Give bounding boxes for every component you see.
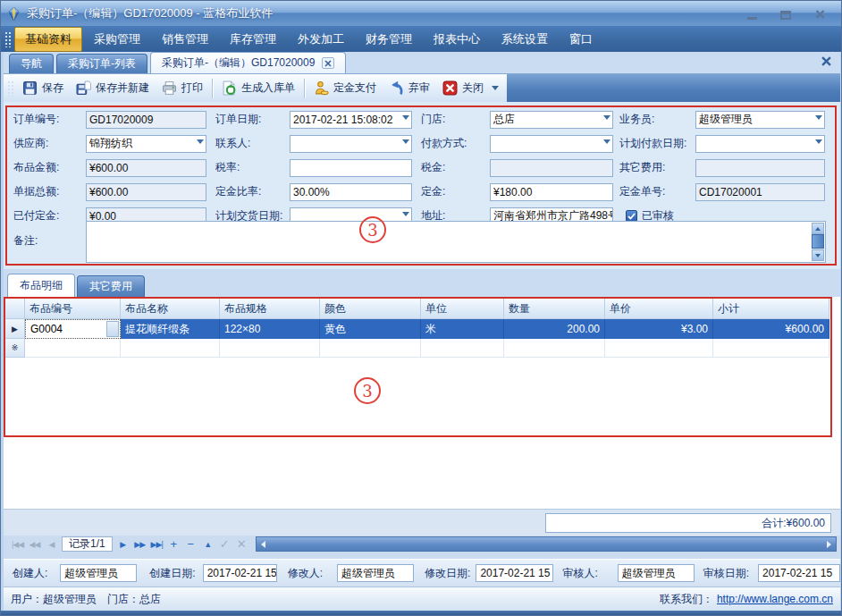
pay-method-field[interactable] bbox=[490, 135, 613, 153]
grid-total: 合计:¥600.00 bbox=[545, 513, 831, 533]
cell-name[interactable]: 提花顺纤缎条 bbox=[121, 319, 220, 339]
store-field[interactable]: 总店 bbox=[490, 111, 613, 129]
title-bar: 采购订单-（编辑）GD17020009 - 蓝格布业软件 bbox=[1, 1, 842, 26]
toolbar-grip-2 bbox=[7, 80, 13, 97]
order-no-label: 订单编号: bbox=[13, 112, 86, 127]
save-and-new-button[interactable]: 保存并新建 bbox=[70, 77, 156, 99]
contact-field[interactable] bbox=[290, 135, 412, 153]
record-navigator: |◀◀ ◀◀ ◀ 记录1/1 ▶ ▶▶ ▶▶| + − ▲ ✓ ✕ bbox=[4, 536, 840, 559]
menu-item-basic-data[interactable]: 基础资料 bbox=[14, 27, 82, 52]
menu-item-reports[interactable]: 报表中心 bbox=[424, 28, 490, 51]
remark-scrollbar[interactable] bbox=[812, 223, 824, 261]
salesman-field[interactable]: 超级管理员 bbox=[695, 111, 825, 129]
menu-item-purchase[interactable]: 采购管理 bbox=[84, 28, 150, 51]
scroll-up-icon[interactable] bbox=[812, 223, 824, 234]
scroll-left-icon[interactable] bbox=[257, 537, 271, 551]
cell-price[interactable]: ¥3.00 bbox=[605, 319, 713, 339]
print-button[interactable]: 打印 bbox=[156, 77, 209, 99]
menu-item-window[interactable]: 窗口 bbox=[560, 28, 602, 51]
red-x-icon bbox=[442, 80, 458, 96]
deposit-field[interactable]: ¥180.00 bbox=[490, 183, 613, 201]
menu-item-inventory[interactable]: 库存管理 bbox=[220, 28, 286, 51]
tab-fabric-detail[interactable]: 布品明细 bbox=[7, 274, 75, 297]
horizontal-scrollbar[interactable] bbox=[256, 536, 837, 552]
scroll-down-icon[interactable] bbox=[812, 249, 824, 261]
tab-navigation[interactable]: 导航 bbox=[9, 54, 54, 73]
nav-prior-icon[interactable]: ◀ bbox=[43, 536, 60, 552]
nav-first-icon[interactable]: |◀◀ bbox=[9, 536, 26, 552]
deposit-rate-field[interactable]: 30.00% bbox=[290, 183, 412, 201]
grid-row-new[interactable]: ※ bbox=[5, 339, 829, 358]
undo-arrow-icon bbox=[389, 80, 404, 96]
order-form: 订单编号: GD17020009 订单日期: 2017-02-21 15:08:… bbox=[4, 102, 840, 269]
nav-post-icon[interactable]: ✓ bbox=[216, 536, 233, 552]
paid-deposit-label: 已付定金: bbox=[13, 208, 86, 224]
combo-arrow-icon[interactable] bbox=[197, 139, 204, 144]
nav-edit-icon[interactable]: ▲ bbox=[199, 536, 216, 552]
close-window-icon[interactable] bbox=[813, 7, 827, 20]
close-dropdown-icon[interactable] bbox=[492, 86, 499, 90]
menu-item-finance[interactable]: 财务管理 bbox=[356, 28, 422, 51]
plan-pay-date-field[interactable] bbox=[695, 135, 825, 153]
grid-col-unit[interactable]: 单位 bbox=[421, 299, 504, 319]
generate-stockin-button[interactable]: 生成入库单 bbox=[215, 77, 301, 99]
menu-item-sales[interactable]: 销售管理 bbox=[152, 28, 218, 51]
nav-next-icon[interactable]: ▶ bbox=[114, 536, 131, 552]
menu-item-settings[interactable]: 系统设置 bbox=[492, 28, 558, 51]
combo-arrow-icon[interactable] bbox=[815, 115, 822, 120]
doc-total-field: ¥600.00 bbox=[86, 183, 206, 201]
grid-col-code[interactable]: 布品编号 bbox=[25, 299, 121, 319]
grid-col-spec[interactable]: 布品规格 bbox=[220, 299, 320, 319]
nav-prior-page-icon[interactable]: ◀◀ bbox=[26, 536, 43, 552]
maximize-icon[interactable] bbox=[779, 7, 793, 20]
combo-arrow-icon[interactable] bbox=[402, 139, 409, 144]
grid-col-color[interactable]: 颜色 bbox=[320, 299, 421, 319]
nav-next-page-icon[interactable]: ▶▶ bbox=[131, 536, 148, 552]
nav-cancel-icon[interactable]: ✕ bbox=[233, 536, 250, 552]
scrollbar-thumb[interactable] bbox=[812, 234, 824, 249]
menu-item-outsourcing[interactable]: 外发加工 bbox=[288, 28, 354, 51]
nav-delete-icon[interactable]: − bbox=[182, 536, 199, 552]
supplier-field[interactable]: 锦翔纺织 bbox=[86, 135, 206, 153]
grid-col-name[interactable]: 布品名称 bbox=[121, 299, 220, 319]
minimize-icon[interactable] bbox=[745, 7, 759, 20]
cell-color[interactable]: 黄色 bbox=[320, 319, 421, 339]
cell-qty[interactable]: 200.00 bbox=[504, 319, 605, 339]
grid-col-subtotal[interactable]: 小计 bbox=[713, 299, 829, 319]
grid-col-price[interactable]: 单价 bbox=[605, 299, 713, 319]
combo-arrow-icon[interactable] bbox=[402, 115, 409, 120]
tab-other-fees[interactable]: 其它费用 bbox=[77, 275, 145, 297]
close-button[interactable]: 关闭 bbox=[436, 77, 490, 99]
tab-close-icon[interactable] bbox=[322, 57, 334, 69]
nav-insert-icon[interactable]: + bbox=[165, 536, 182, 552]
tab-po-edit[interactable]: 采购订单-（编辑）GD17020009 bbox=[150, 52, 346, 73]
order-date-field[interactable]: 2017-02-21 15:08:02 bbox=[290, 111, 412, 129]
combo-arrow-icon[interactable] bbox=[603, 115, 610, 120]
tab-po-list[interactable]: 采购订单-列表 bbox=[56, 54, 147, 73]
website-link[interactable]: http://www.lange.com.cn bbox=[717, 593, 833, 605]
other-fee-label: 其它费用: bbox=[619, 160, 695, 175]
tax-rate-field[interactable] bbox=[290, 159, 412, 177]
cell-code-editor[interactable]: G0004 bbox=[25, 319, 121, 339]
grid-col-qty[interactable]: 数量 bbox=[504, 299, 605, 319]
combo-arrow-icon[interactable] bbox=[603, 139, 610, 144]
combo-arrow-icon[interactable] bbox=[815, 139, 822, 144]
toolbar-grip bbox=[4, 31, 11, 47]
deposit-payment-button[interactable]: 定金支付 bbox=[307, 77, 383, 99]
floppy-new-icon bbox=[76, 80, 91, 96]
scroll-right-icon[interactable] bbox=[821, 537, 836, 551]
fabric-amount-field: ¥600.00 bbox=[86, 159, 206, 177]
cell-spec[interactable]: 122×80 bbox=[220, 319, 320, 339]
combo-arrow-icon[interactable] bbox=[106, 321, 119, 337]
grid-row-selected[interactable]: ▶ G0004 提花顺纤缎条 122×80 黄色 米 200.00 ¥3.00 … bbox=[5, 319, 829, 339]
cell-subtotal[interactable]: ¥600.00 bbox=[713, 319, 829, 339]
cell-unit[interactable]: 米 bbox=[421, 319, 504, 339]
abandon-audit-button[interactable]: 弃审 bbox=[383, 77, 436, 99]
window-title: 采购订单-（编辑）GD17020009 - 蓝格布业软件 bbox=[27, 5, 273, 21]
combo-arrow-icon[interactable] bbox=[402, 212, 409, 216]
tabstrip-close-icon[interactable] bbox=[821, 56, 831, 69]
save-button[interactable]: 保存 bbox=[16, 77, 70, 99]
remark-textarea[interactable] bbox=[86, 221, 826, 263]
grid-header-row: 布品编号 布品名称 布品规格 颜色 单位 数量 单价 小计 bbox=[5, 299, 829, 319]
nav-last-icon[interactable]: ▶▶| bbox=[148, 536, 165, 552]
